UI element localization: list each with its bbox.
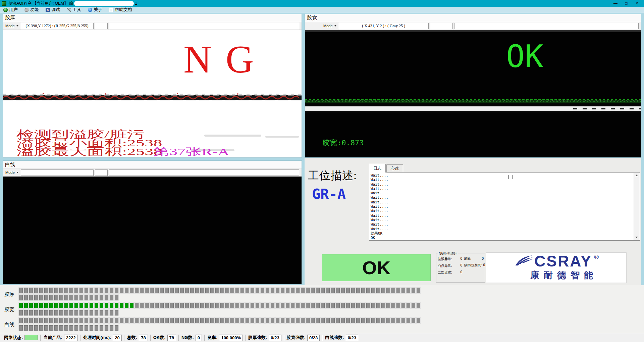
log-line: Wait.... xyxy=(371,218,640,222)
indicator-cell xyxy=(366,318,370,323)
pixel-readout: (X 398,Y 1272) : (R 255,G 255,B 255) xyxy=(21,23,94,29)
indicator-cell xyxy=(110,288,113,293)
close-button[interactable]: × xyxy=(632,0,642,6)
indicator-cell xyxy=(39,295,43,300)
tab-heartbeat[interactable]: 心跳 xyxy=(386,164,403,173)
indicator-cell xyxy=(90,318,93,323)
indicator-cell xyxy=(185,288,189,293)
mode-label: Mode xyxy=(323,24,333,28)
ng-stat-row: 缺胶(没点胶):0 xyxy=(464,263,484,267)
indicator-cell xyxy=(150,303,154,308)
indicator-cell xyxy=(44,318,48,323)
indicator-cell xyxy=(29,310,33,315)
result-ng-text: NG xyxy=(183,40,268,79)
station-description-value: GR-A xyxy=(312,186,346,202)
indicator-cell xyxy=(210,303,214,308)
wrench-icon xyxy=(67,8,71,12)
menu-item-about[interactable]: 关于 xyxy=(85,7,106,13)
status-total: 总数:78 xyxy=(125,334,150,341)
white-line-image[interactable] xyxy=(3,177,302,284)
indicator-row xyxy=(19,295,644,300)
indicator-cell xyxy=(39,310,43,315)
pixel-readout: ( X 431, Y 2 ) : ( Gray 25 ) xyxy=(339,23,429,29)
minimize-button[interactable]: — xyxy=(610,0,621,6)
indicator-cell xyxy=(316,288,320,293)
indicator-cell xyxy=(200,318,204,323)
status-value: 0 xyxy=(196,335,202,341)
scroll-down-icon[interactable] xyxy=(634,235,639,240)
log-list[interactable]: Wait....Wait....Wait....Wait....Wait....… xyxy=(369,172,640,241)
indicator-cell xyxy=(200,288,204,293)
indicator-cell xyxy=(306,288,310,293)
indicator-cell xyxy=(74,295,78,300)
indicator-cell xyxy=(145,288,149,293)
glue-thickness-image[interactable]: NG 检测到溢胶/脏污 溢胶最小面积:2538 溢胶最大面积:2538 第37张… xyxy=(3,30,302,157)
menu-item-function[interactable]: 功能 xyxy=(21,7,42,13)
indicator-cell xyxy=(407,318,410,323)
scrollbar[interactable] xyxy=(634,173,639,240)
glue-line-image xyxy=(305,98,641,113)
indicator-cell xyxy=(286,318,289,323)
indicator-cell xyxy=(74,303,78,308)
indicator-cell xyxy=(205,288,209,293)
log-checkbox[interactable] xyxy=(508,175,513,179)
indicator-cell xyxy=(44,303,48,308)
separator xyxy=(204,335,205,341)
overall-result-button[interactable]: OK xyxy=(322,254,431,281)
indicator-cell xyxy=(34,288,38,293)
maximize-button[interactable]: □ xyxy=(621,0,632,6)
indicator-cell xyxy=(34,318,38,323)
indicator-cell xyxy=(246,303,249,308)
status-label: 当前产品: xyxy=(43,335,62,341)
registered-mark: ® xyxy=(594,253,599,261)
defect-message: 检测到溢胶/脏污 溢胶最小面积:2538 溢胶最大面积:2538 xyxy=(16,130,162,156)
indicator-cell xyxy=(170,318,174,323)
glue-width-image[interactable]: OK 胶宽:0.873 xyxy=(305,30,641,157)
indicator-cell xyxy=(85,325,88,331)
indicator-cell xyxy=(24,325,28,331)
indicator-cell xyxy=(281,303,284,308)
mode-dropdown[interactable]: Mode xyxy=(4,170,19,175)
menu-item-tools[interactable]: 工具 xyxy=(63,7,85,13)
indicator-cell xyxy=(180,288,184,293)
indicator-cell xyxy=(311,288,315,293)
indicator-cell xyxy=(44,310,48,315)
scroll-up-icon[interactable] xyxy=(634,173,639,178)
indicator-cell xyxy=(407,288,410,293)
menu-item-help[interactable]: 帮助文档 xyxy=(106,7,136,13)
indicator-cell xyxy=(44,288,48,293)
brand-subtitle: 康耐德智能 xyxy=(515,269,597,281)
indicator-cell xyxy=(64,303,68,308)
indicator-cell xyxy=(49,288,53,293)
log-tabs: 日志 心跳 xyxy=(369,164,404,173)
mode-dropdown[interactable]: Mode xyxy=(4,24,19,28)
status-ng-count: NG数:0 xyxy=(179,334,204,341)
indicator-cell xyxy=(120,288,123,293)
indicator-cell xyxy=(175,318,179,323)
indicator-cell xyxy=(266,303,269,308)
indicator-cell xyxy=(100,303,103,308)
log-line: Wait.... xyxy=(371,195,640,200)
status-label: 白线张数: xyxy=(325,335,344,341)
indicator-cell xyxy=(251,318,254,323)
mode-dropdown[interactable]: Mode xyxy=(322,24,337,28)
indicator-cell xyxy=(85,288,88,293)
menu-item-debug[interactable]: 调试 xyxy=(42,7,63,13)
log-line: OK xyxy=(371,236,640,240)
indicator-group: 白线 xyxy=(0,318,644,333)
indicator-cell xyxy=(205,303,209,308)
status-label: 总数: xyxy=(127,335,137,341)
indicator-cell xyxy=(195,303,199,308)
tab-log[interactable]: 日志 xyxy=(369,164,386,173)
indicator-cell xyxy=(412,318,415,323)
indicator-cell xyxy=(155,303,159,308)
indicator-cell xyxy=(79,318,83,323)
indicator-cell xyxy=(205,318,209,323)
indicator-cell xyxy=(311,303,315,308)
menu-item-user[interactable]: 用户 xyxy=(0,7,21,13)
indicator-cell xyxy=(95,288,98,293)
indicator-cell xyxy=(135,318,139,323)
indicator-cell xyxy=(69,288,73,293)
indicator-cell xyxy=(39,325,43,331)
indicator-rows xyxy=(19,318,644,331)
